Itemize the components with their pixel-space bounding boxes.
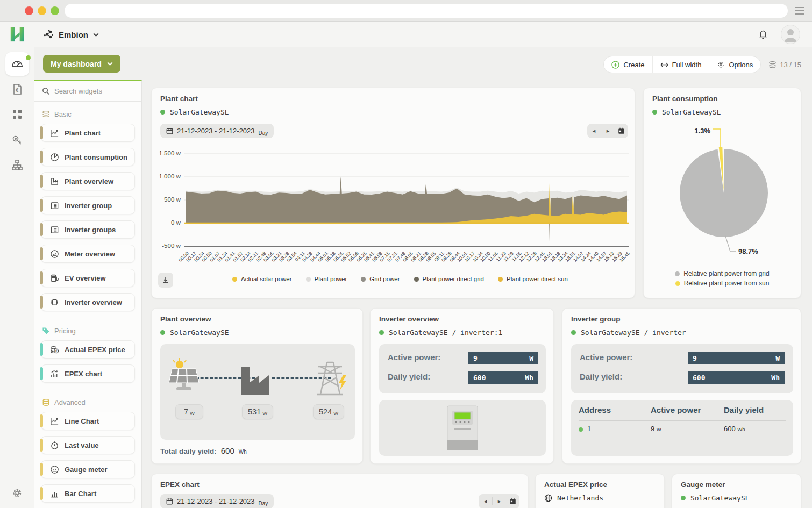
widget-title: Inverter group [571, 315, 621, 323]
widget-item-inverter-group[interactable]: Inverter group [41, 196, 135, 214]
calendar-icon [618, 127, 625, 134]
active-power-value: 9W [468, 352, 538, 364]
widget-title: Plant consumption [652, 95, 718, 103]
app-logo[interactable] [0, 22, 34, 47]
pie-legend-row: Relative plant power from sun [644, 280, 801, 287]
jump-to-date-button[interactable] [615, 124, 628, 138]
next-period-button[interactable]: ▸ [493, 494, 506, 508]
widget-item-inverter-overview[interactable]: Inverter overview [41, 293, 135, 311]
dashboard-selector-button[interactable]: My dashboard [43, 55, 120, 73]
y-tick-label: 1.000 W [157, 173, 181, 180]
widget-search [34, 81, 141, 102]
bar-chart-trend-icon [50, 369, 59, 378]
legend-item[interactable]: Actual solar power [232, 276, 292, 282]
date-range-picker[interactable]: 21-12-2023 - 21-12-2023 Day [160, 124, 274, 138]
invoice-icon: € [11, 83, 24, 96]
nav-widgets[interactable] [5, 103, 29, 126]
search-icon [42, 87, 50, 95]
prev-period-button[interactable]: ◂ [479, 494, 492, 508]
legend-dot [675, 271, 680, 276]
y-tick-label: 1.500 W [157, 150, 181, 156]
full-width-button[interactable]: Full width [652, 56, 709, 73]
window-zoom-button[interactable] [51, 6, 59, 15]
factory-icon [239, 363, 277, 397]
user-avatar[interactable] [781, 25, 800, 44]
calendar-icon [166, 127, 173, 134]
window-minimize-button[interactable] [38, 6, 46, 15]
plant-area-chart [184, 153, 629, 247]
widget-title: EPEX chart [160, 481, 200, 489]
jump-to-date-button[interactable] [506, 494, 519, 508]
nav-hierarchy[interactable] [5, 153, 29, 177]
toolbar-button-group: Create Full width Options [603, 56, 761, 73]
plus-circle-icon [611, 61, 619, 69]
dashboard-toolbar: My dashboard Create Full width [34, 47, 812, 80]
widget-item-plant-chart[interactable]: Plant chart [41, 124, 135, 142]
options-button[interactable]: Options [709, 56, 760, 73]
widget-item-line-chart[interactable]: Line Chart [41, 412, 135, 430]
source-label: SolarGatewaySE / inverter:1 [389, 328, 502, 337]
active-power-value: 9W [688, 352, 785, 364]
widget-title: Plant chart [160, 95, 198, 103]
widget-epex-chart: EPEX chart 21-12-2023 - 21-12-2023 Day ◂… [151, 474, 529, 508]
widget-item-last-value[interactable]: Last value [41, 436, 135, 454]
status-dot [160, 330, 165, 335]
status-dot [681, 496, 686, 500]
legend-item[interactable]: Relative plant power from sun [675, 280, 770, 287]
widget-item-inverter-groups[interactable]: Inverter groups [41, 220, 135, 239]
tag-icon [42, 327, 50, 335]
download-chart-button[interactable] [158, 273, 173, 288]
factory-icon [50, 177, 59, 186]
full-width-label: Full width [672, 61, 702, 69]
legend-item[interactable]: Plant power direct grid [414, 276, 484, 282]
chevron-down-icon [93, 33, 99, 37]
table-icon [50, 201, 59, 210]
widget-item-plant-consumption[interactable]: Plant consumption [41, 148, 135, 166]
pie-label-sun: 1.3% [689, 127, 710, 135]
nav-settings[interactable] [0, 477, 34, 508]
gauge-icon [50, 249, 59, 259]
legend-item[interactable]: Grid power [361, 276, 400, 282]
nav-access-keys[interactable] [5, 128, 29, 152]
grid-pylon-icon [315, 355, 351, 398]
widget-item-epex-chart[interactable]: EPEX chart [41, 364, 135, 383]
widget-item-actual-epex-price[interactable]: € Actual EPEX price [41, 340, 135, 359]
date-mode: Day [259, 130, 268, 136]
legend-item[interactable]: Plant power [306, 276, 347, 282]
widget-item-plant-overview[interactable]: Plant overview [41, 172, 135, 190]
next-period-button[interactable]: ▸ [601, 124, 615, 138]
group-values-panel: Active power: 9W Daily yield: 600Wh [571, 344, 793, 393]
legend-item[interactable]: Plant power direct sun [498, 276, 568, 282]
widget-item-ev-overview[interactable]: EV overview [41, 269, 135, 287]
coins-icon: € [50, 345, 59, 354]
nav-dashboards[interactable] [5, 52, 29, 76]
window-close-button[interactable] [25, 6, 33, 15]
total-daily-yield: Total daily yield: 600 Wh [160, 446, 247, 455]
browser-menu-icon[interactable] [795, 7, 804, 15]
search-input[interactable] [54, 87, 130, 95]
org-switcher[interactable]: Embion [43, 22, 99, 47]
legend-item[interactable]: Relative plant power from grid [675, 270, 769, 277]
status-dot [160, 110, 165, 115]
nav-invoices[interactable]: € [5, 77, 29, 101]
widget-title: Actual EPEX price [544, 481, 607, 489]
dashboard-gauge-icon [10, 57, 24, 71]
create-button[interactable]: Create [604, 56, 652, 73]
y-tick-label: -500 W [157, 242, 181, 249]
legend-dot [414, 277, 419, 282]
chart-nav: ◂ ▸ [479, 494, 519, 508]
prev-period-button[interactable]: ◂ [587, 124, 601, 138]
widget-item-meter-overview[interactable]: Meter overview [41, 245, 135, 263]
date-mode: Day [259, 500, 268, 506]
widget-item-gauge-meter[interactable]: Gauge meter [41, 460, 135, 478]
arrows-horizontal-icon [660, 62, 668, 68]
url-bar[interactable] [65, 4, 788, 18]
widget-counter: 13 / 15 [768, 61, 801, 69]
chart-nav: ◂ ▸ [587, 124, 628, 138]
widget-item-bar-chart[interactable]: Bar Chart [41, 484, 135, 503]
legend-dot [232, 277, 237, 282]
section-basic: Basic Plant chart Plant consumption Plan… [34, 102, 141, 318]
date-range-picker[interactable]: 21-12-2023 - 21-12-2023 Day [160, 494, 274, 508]
notifications-bell-icon[interactable] [757, 28, 769, 42]
pie-legend-row: Relative plant power from grid [644, 270, 801, 277]
